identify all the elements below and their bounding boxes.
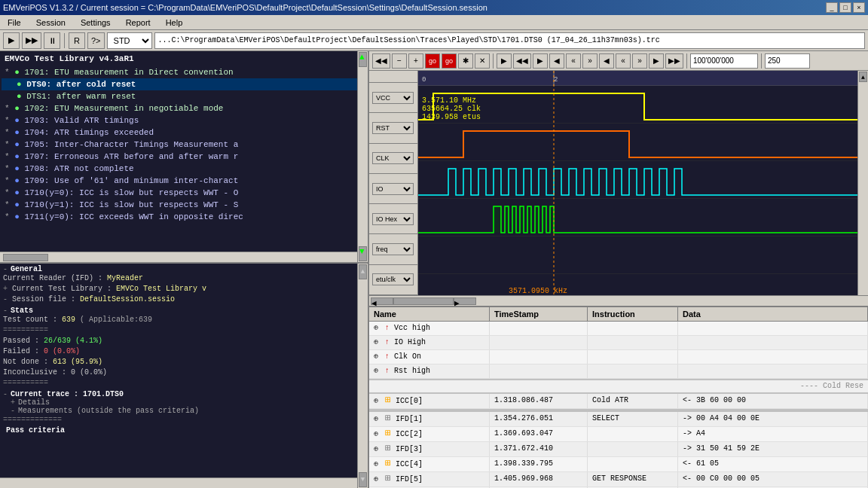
expand-btn-icc2[interactable]: ⊕ — [374, 430, 378, 438]
expand-btn-ifd3[interactable]: ⊕ — [374, 445, 378, 453]
wf-nav-rr[interactable]: » — [582, 53, 598, 69]
ch-io-hex[interactable]: IO Hex — [369, 204, 417, 234]
ch-rst[interactable]: RST — [369, 113, 417, 143]
ch-rst-select[interactable]: RST — [372, 122, 414, 134]
expand-btn-clk[interactable]: ⊕ — [374, 352, 378, 361]
info-expand-details[interactable]: + Details — [3, 398, 365, 407]
fast-forward-button[interactable]: ▶▶ — [22, 32, 41, 49]
table-row-clk-on[interactable]: ⊕ ↑ Clk On — [369, 350, 868, 364]
tree-h-scrollbar[interactable] — [0, 252, 357, 262]
expand-btn-ifd1[interactable]: ⊕ — [374, 415, 378, 423]
expand-btn-icc0[interactable]: ⊕ — [374, 397, 378, 405]
wf-nav-prev-mark[interactable]: ◀ — [549, 53, 564, 69]
wf-nav-dbl-left[interactable]: ◀◀ — [513, 53, 531, 69]
wf-nav-back2[interactable]: ◀◀ — [372, 53, 390, 69]
wf-nav-ff2[interactable]: ▶▶ — [665, 53, 683, 69]
ch-etu-clk[interactable]: etu/clk — [369, 265, 417, 295]
table-row-icc4[interactable]: ⊕ ⊞ ICC[4] 1.398.339.795 <- 61 05 — [369, 457, 868, 472]
query-button[interactable]: ?> — [87, 32, 105, 49]
table-row-ifd1[interactable]: ⊕ ⊞ IFD[1] 1.354.276.051 SELECT -> 00 A4… — [369, 412, 868, 427]
expand-btn-io[interactable]: ⊕ — [374, 338, 378, 346]
wf-nav-ll[interactable]: « — [566, 53, 581, 69]
ch-freq[interactable]: freq — [369, 234, 417, 264]
wf-nav-right[interactable]: ▶ — [497, 53, 512, 69]
waveform-canvas[interactable]: 0 2 — [418, 71, 868, 295]
close-button[interactable]: × — [853, 2, 865, 13]
table-row-ifd3[interactable]: ⊕ ⊞ IFD[3] 1.371.672.410 -> 31 50 41 59 … — [369, 442, 868, 457]
tree-item-1704[interactable]: * ● 1704: ATR timings exceeded — [2, 127, 366, 139]
tree-item-1707[interactable]: * ● 1707: Erroneous ATR before and after… — [2, 151, 366, 163]
menu-file[interactable]: File — [3, 17, 26, 29]
tree-item-1709[interactable]: * ● 1709: Use of '61' and minimum inter-… — [2, 175, 366, 187]
ch-io-hex-select[interactable]: IO Hex — [372, 213, 414, 225]
tree-item-1711y0[interactable]: * ● 1711(y=0): ICC exceeds WWT in opposi… — [2, 211, 366, 223]
minimize-button[interactable]: _ — [826, 2, 838, 13]
wf-go1[interactable]: go — [425, 53, 440, 69]
tree-item-1705[interactable]: * ● 1705: Inter-Character Timings Measur… — [2, 139, 366, 151]
waveform-scroll-up[interactable]: ▲ — [859, 72, 867, 82]
menu-session[interactable]: Session — [32, 17, 70, 29]
data-table-body[interactable]: ⊕ ↑ Vcc high ⊕ ↑ IO High — [369, 322, 868, 488]
info-h-scrollbar[interactable] — [0, 477, 357, 488]
expand-btn[interactable]: ⊕ — [374, 324, 378, 332]
tree-item-dts0[interactable]: ● DTS0: after cold reset — [2, 78, 366, 90]
scrollbar-down-btn[interactable]: ▼ — [359, 246, 367, 261]
menu-help[interactable]: Help — [161, 17, 188, 29]
table-row-icc2[interactable]: ⊕ ⊞ ICC[2] 1.369.693.047 -> A4 — [369, 427, 868, 442]
wf-go2[interactable]: go — [442, 53, 457, 69]
ch-etu-clk-select[interactable]: etu/clk — [372, 273, 414, 285]
waveform-h-scrollbar[interactable]: ◀ ▶ — [369, 295, 868, 306]
ch-vcc[interactable]: VCC — [369, 83, 417, 113]
wf-nav-rr2[interactable]: » — [632, 53, 647, 69]
info-scrollbar-down[interactable]: ▼ — [359, 472, 367, 487]
ch-io[interactable]: IO — [369, 174, 417, 204]
tree-item-1701[interactable]: * ● 1701: ETU measurement in Direct conv… — [2, 66, 366, 78]
tree-item-1702[interactable]: * ● 1702: ETU Measurement in negotiable … — [2, 102, 366, 114]
record-button[interactable]: R — [69, 32, 85, 49]
table-row-vcc-high[interactable]: ⊕ ↑ Vcc high — [369, 322, 868, 336]
test-tree[interactable]: EMVCo Test Library v4.3aR1 * ● 1701: ETU… — [0, 51, 368, 262]
info-expand-trace[interactable]: - Current trace : 1701.DTS0 — [3, 390, 365, 398]
table-row-rst-high[interactable]: ⊕ ↑ Rst high — [369, 364, 868, 379]
table-row-io-high[interactable]: ⊕ ↑ IO High — [369, 336, 868, 350]
wf-nav-play[interactable]: ▶ — [649, 53, 664, 69]
tree-item-1710y0[interactable]: * ● 1710(y=0): ICC is slow but respects … — [2, 187, 366, 199]
wf-h-scrollbar-right-btn[interactable]: ▶ — [454, 297, 476, 305]
zoom-input[interactable] — [690, 53, 758, 69]
tree-item-1708[interactable]: * ● 1708: ATR not complete — [2, 163, 366, 175]
h-scrollbar-thumb[interactable] — [3, 254, 48, 261]
sample-input[interactable] — [765, 53, 810, 69]
tree-item-dts1[interactable]: ● DTS1: after warm reset — [2, 90, 366, 102]
wf-plus[interactable]: + — [408, 53, 423, 69]
table-row-icc0[interactable]: ⊕ ⊞ ICC[0] 1.318.086.487 Cold ATR <- 3B … — [369, 394, 868, 409]
ch-clk[interactable]: CLK — [369, 144, 417, 174]
expand-btn-rst[interactable]: ⊕ — [374, 367, 378, 375]
menu-settings[interactable]: Settings — [76, 17, 115, 29]
expand-btn-icc4[interactable]: ⊕ — [374, 460, 378, 468]
wf-h-scrollbar-thumb[interactable] — [393, 297, 454, 305]
ch-vcc-select[interactable]: VCC — [372, 92, 414, 104]
pause-button[interactable]: ⏸ — [44, 32, 60, 49]
info-expand-general[interactable]: - General — [3, 265, 365, 273]
wf-nav-left-mark[interactable]: ◀ — [599, 53, 614, 69]
menu-report[interactable]: Report — [121, 17, 155, 29]
wf-minus[interactable]: − — [392, 53, 407, 69]
wf-nav-right2[interactable]: ▶ — [533, 53, 548, 69]
tree-item-1710y1[interactable]: * ● 1710(y=1): ICC is slow but respects … — [2, 199, 366, 211]
info-expand-stats[interactable]: - Stats — [3, 307, 365, 315]
waveform-v-scrollbar[interactable]: ▲ ▼ — [857, 71, 868, 295]
play-button[interactable]: ▶ — [3, 32, 20, 49]
info-scrollbar-up[interactable]: ▲ — [359, 264, 367, 279]
ch-io-select[interactable]: IO — [372, 183, 414, 195]
ch-freq-select[interactable]: freq — [372, 243, 414, 255]
info-scrollbar[interactable]: ▲ ▼ — [357, 264, 368, 488]
info-expand-measurements[interactable]: - Measurements (outside the pass criteri… — [3, 407, 365, 415]
maximize-button[interactable]: □ — [839, 2, 851, 13]
wf-x[interactable]: ✕ — [475, 53, 490, 69]
scrollbar-up-btn[interactable]: ▲ — [359, 52, 367, 67]
wf-nav-ll2[interactable]: « — [616, 53, 631, 69]
wf-star[interactable]: ✱ — [458, 53, 473, 69]
table-row-ifd5[interactable]: ⊕ ⊞ IFD[5] 1.405.969.968 GET RESPONSE <-… — [369, 472, 868, 487]
tree-scrollbar[interactable]: ▲ ▼ — [357, 51, 368, 262]
std-dropdown[interactable]: STD EMV ISO — [107, 32, 152, 49]
